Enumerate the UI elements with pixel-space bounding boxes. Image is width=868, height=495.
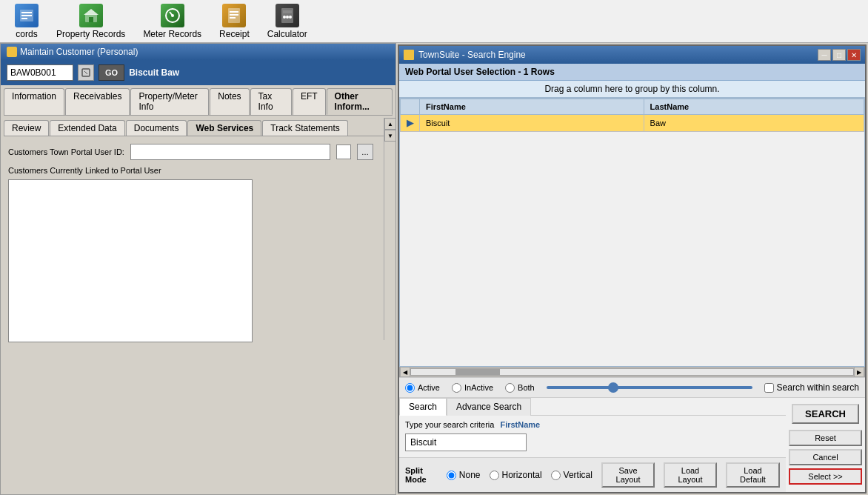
split-mode-label: Split Mode xyxy=(405,466,438,484)
toolbar-label-meter: Meter Records xyxy=(143,29,201,39)
tab-property-meter-info[interactable]: Property/Meter Info xyxy=(130,88,209,115)
toolbar-item-records[interactable]: cords xyxy=(6,1,47,42)
sub-tab-web-services[interactable]: Web Services xyxy=(187,120,261,136)
tab-other-inform[interactable]: Other Inform... xyxy=(327,88,393,115)
radio-inactive-input[interactable] xyxy=(452,383,461,393)
tab-eft[interactable]: EFT xyxy=(293,88,326,115)
property-records-icon xyxy=(79,4,103,27)
split-mode-row: Split Mode None Horizontal xyxy=(399,457,786,492)
sub-tabs: Review Extended Data Documents Web Servi… xyxy=(1,117,395,136)
panel-header: Maintain Customer (Personal) xyxy=(1,44,395,60)
search-criteria-area: Type your search criteria FirstName xyxy=(399,416,786,433)
portal-user-id-checkbox[interactable] xyxy=(336,144,351,159)
select-button[interactable]: Select >> xyxy=(789,468,862,485)
split-none-input[interactable] xyxy=(447,471,456,480)
split-vertical[interactable]: Vertical xyxy=(551,470,592,480)
main-area: Maintain Customer (Personal) GO Biscuit … xyxy=(0,43,868,495)
search-input[interactable] xyxy=(405,433,527,451)
calculator-icon xyxy=(276,4,299,27)
radio-both-input[interactable] xyxy=(505,383,515,393)
tab-receivables[interactable]: Receivables xyxy=(65,88,130,115)
sub-tab-extended-data[interactable]: Extended Data xyxy=(50,120,124,136)
load-layout-button[interactable]: Load Layout xyxy=(664,462,717,488)
tab-information[interactable]: Information xyxy=(4,88,64,115)
customer-id-input[interactable] xyxy=(7,64,73,81)
titlebar-icon xyxy=(404,50,414,60)
tab-tax-info[interactable]: Tax Info xyxy=(250,88,292,115)
split-vertical-input[interactable] xyxy=(551,471,561,480)
sub-tab-track-statements[interactable]: Track Statements xyxy=(262,120,348,136)
col-firstname[interactable]: FirstName xyxy=(420,99,644,115)
row-indicator: ▶ xyxy=(401,115,420,132)
table-row[interactable]: ▶ Biscuit Baw xyxy=(401,115,864,132)
toolbar: cords Property Records Meter Records Rec… xyxy=(0,0,868,43)
slider-thumb xyxy=(608,382,618,393)
h-scroll-right[interactable]: ▶ xyxy=(854,367,864,377)
radio-both-label: Both xyxy=(518,383,535,392)
h-scroll-track[interactable] xyxy=(410,368,854,376)
drag-hint-text: Drag a column here to group by this colu… xyxy=(544,84,719,94)
toolbar-item-receipt[interactable]: Receipt xyxy=(210,1,258,42)
se-header: Web Portal User Selection - 1 Rows xyxy=(399,64,865,81)
toolbar-label-records: cords xyxy=(16,29,37,39)
sub-tab-documents[interactable]: Documents xyxy=(126,120,187,136)
h-scrollbar[interactable]: ◀ ▶ xyxy=(399,367,865,377)
split-horizontal-input[interactable] xyxy=(490,471,499,480)
radio-inactive[interactable]: InActive xyxy=(452,383,493,393)
main-tabs: Information Receivables Property/Meter I… xyxy=(1,85,395,115)
go-button[interactable]: GO xyxy=(99,64,124,81)
window-titlebar: TownSuite - Search Engine ─ □ ✕ xyxy=(399,46,865,64)
left-content: Customers Town Portal User ID: … Custome… xyxy=(1,136,395,350)
split-none-label: None xyxy=(459,470,481,480)
reset-button[interactable]: Reset xyxy=(789,430,862,446)
cancel-button[interactable]: Cancel xyxy=(789,449,862,465)
bottom-left: Search Advance Search Type your search c… xyxy=(399,398,786,492)
svg-rect-11 xyxy=(230,14,238,16)
h-scroll-thumb xyxy=(455,369,500,375)
se-drag-hint: Drag a column here to group by this colu… xyxy=(399,81,865,98)
split-none[interactable]: None xyxy=(447,470,481,480)
toolbar-item-meter-records[interactable]: Meter Records xyxy=(134,1,210,42)
filter-row: Active InActive Both Search wi xyxy=(399,377,865,397)
scroll-down-arrow[interactable]: ▼ xyxy=(384,130,396,142)
col-lastname[interactable]: LastName xyxy=(644,99,864,115)
scroll-up-arrow[interactable]: ▲ xyxy=(384,118,396,130)
search-engine-window: TownSuite - Search Engine ─ □ ✕ Web Port… xyxy=(398,44,867,494)
cell-lastname: Baw xyxy=(644,115,864,132)
se-body: Web Portal User Selection - 1 Rows Drag … xyxy=(399,64,865,492)
search-tab-search[interactable]: Search xyxy=(399,398,447,416)
slider[interactable] xyxy=(547,386,752,389)
radio-both[interactable]: Both xyxy=(505,383,535,393)
search-within-checkbox[interactable]: Search within search xyxy=(764,382,859,393)
toolbar-label-property: Property Records xyxy=(56,29,125,39)
customer-bar: GO Biscuit Baw xyxy=(1,60,395,85)
tab-notes[interactable]: Notes xyxy=(210,88,249,115)
sub-tab-review[interactable]: Review xyxy=(4,120,49,136)
svg-rect-14 xyxy=(283,10,292,13)
meter-records-icon xyxy=(161,4,184,27)
toolbar-item-property-records[interactable]: Property Records xyxy=(47,1,134,42)
h-scroll-left[interactable]: ◀ xyxy=(400,367,410,377)
svg-point-8 xyxy=(171,14,174,17)
col-indicator xyxy=(401,99,420,115)
search-button[interactable]: SEARCH xyxy=(792,404,859,424)
toolbar-item-calculator[interactable]: Calculator xyxy=(258,1,316,42)
svg-rect-12 xyxy=(230,17,236,19)
search-tab-advance[interactable]: Advance Search xyxy=(447,398,531,416)
split-horizontal[interactable]: Horizontal xyxy=(490,470,542,480)
results-table: FirstName LastName ▶ Biscuit Baw xyxy=(400,99,864,132)
save-layout-button[interactable]: Save Layout xyxy=(601,462,655,488)
se-bottom: Search Advance Search Type your search c… xyxy=(399,397,865,492)
portal-user-id-input[interactable] xyxy=(130,144,330,160)
radio-active-input[interactable] xyxy=(405,383,415,393)
window-title: TownSuite - Search Engine xyxy=(418,50,526,60)
close-button[interactable]: ✕ xyxy=(847,49,861,61)
maximize-button[interactable]: □ xyxy=(832,49,846,61)
portal-user-id-btn[interactable]: … xyxy=(357,144,373,160)
customer-search-icon-btn[interactable] xyxy=(78,64,94,81)
load-default-button[interactable]: Load Default xyxy=(726,462,780,488)
search-within-input[interactable] xyxy=(764,383,774,393)
toolbar-label-receipt: Receipt xyxy=(219,29,250,39)
minimize-button[interactable]: ─ xyxy=(818,49,831,61)
radio-active[interactable]: Active xyxy=(405,383,440,393)
